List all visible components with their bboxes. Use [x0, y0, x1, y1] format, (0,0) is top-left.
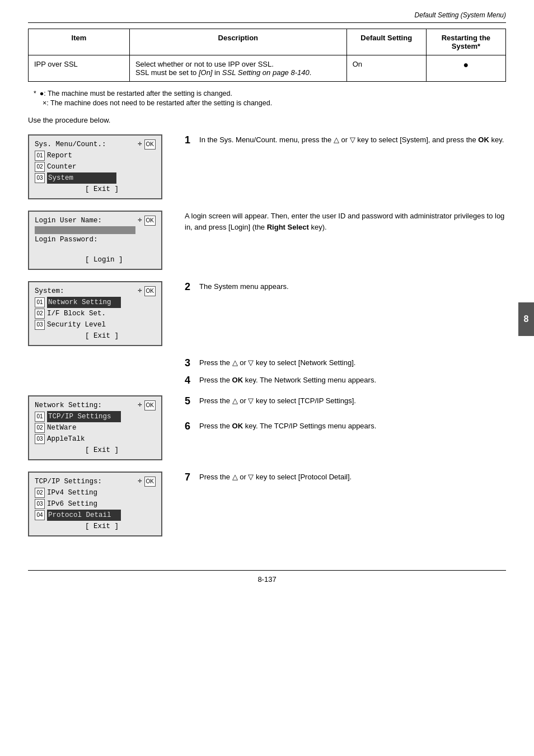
notes-section: * ●: The machine must be restarted after… — [28, 90, 506, 107]
lcd-login: Login User Name: ✛ OK Login Password: [ … — [28, 211, 162, 270]
page-header: Default Setting (System Menu) — [28, 11, 506, 23]
num-badge-s02: 02 — [35, 309, 45, 319]
step-1-content: 1 In the Sys. Menu/Count. menu, press th… — [185, 134, 506, 146]
num-badge-s03: 03 — [35, 320, 45, 330]
ok-badge: OK — [144, 139, 156, 150]
page-number: 8-137 — [257, 575, 276, 584]
num-badge-n02: 02 — [35, 423, 45, 433]
step-1-pair: Sys. Menu/Count.: ✛ OK 01 Report 02 Coun… — [28, 134, 506, 199]
step-2-screen: System: ✛ OK 01 Network Setting 02 I/F B… — [28, 281, 174, 346]
col-header-default: Default Setting — [346, 29, 426, 55]
header-title: Default Setting (System Menu) — [415, 11, 506, 19]
step-3-4-spacer — [28, 357, 174, 386]
login-pair: Login User Name: ✛ OK Login Password: [ … — [28, 211, 506, 270]
step-4-content: 4 Press the OK key. The Network Setting … — [185, 375, 506, 386]
network-screen: Network Setting: ✛ OK 01 TCP/IP Settings… — [28, 395, 174, 460]
cell-default: On — [346, 55, 426, 82]
settings-table: Item Description Default Setting Restart… — [28, 29, 506, 82]
note-bullet: ●: The machine must be restarted after t… — [40, 90, 232, 97]
num-badge-t04: 04 — [35, 510, 45, 520]
step-1-text: In the Sys. Menu/Count. menu, press the … — [199, 134, 504, 146]
step-3-content: 3 Press the △ or ▽ key to select [Networ… — [185, 357, 506, 369]
cell-item: IPP over SSL — [29, 55, 130, 82]
lcd-sys-menu: Sys. Menu/Count.: ✛ OK 01 Report 02 Coun… — [28, 134, 162, 199]
step-7-right: 7 Press the △ or ▽ key to select [Protoc… — [185, 472, 506, 536]
tcpip-pair: TCP/IP Settings: ✛ OK 02 IPv4 Setting 03… — [28, 472, 506, 536]
ok-badge-net: OK — [144, 400, 156, 410]
fill-bar — [35, 226, 135, 234]
cross-icon-login: ✛ — [138, 215, 142, 226]
step-7-text: Press the △ or ▽ key to select [Protocol… — [199, 472, 352, 483]
table-row: IPP over SSL Select whether or not to us… — [29, 55, 506, 82]
num-badge-03: 03 — [35, 173, 45, 183]
step-login-screen: Login User Name: ✛ OK Login Password: [ … — [28, 211, 174, 270]
step-3-4-text: 3 Press the △ or ▽ key to select [Networ… — [185, 357, 506, 386]
step-5-content: 5 Press the △ or ▽ key to select [TCP/IP… — [185, 395, 506, 407]
steps-area: Sys. Menu/Count.: ✛ OK 01 Report 02 Coun… — [28, 134, 506, 548]
step-number-1: 1 — [185, 134, 190, 146]
num-badge-t03: 03 — [35, 499, 45, 509]
lcd-tcpip: TCP/IP Settings: ✛ OK 02 IPv4 Setting 03… — [28, 472, 162, 536]
cross-icon-tcp: ✛ — [138, 476, 142, 487]
cell-restart: ● — [426, 55, 505, 82]
lcd-network: Network Setting: ✛ OK 01 TCP/IP Settings… — [28, 395, 162, 460]
step-5-6-right: 5 Press the △ or ▽ key to select [TCP/IP… — [185, 395, 506, 460]
step-number-2: 2 — [185, 281, 190, 293]
cross-icon-net: ✛ — [138, 400, 142, 410]
step-2-text: The System menu appears. — [199, 281, 289, 292]
login-right: A login screen will appear. Then, enter … — [185, 211, 506, 270]
num-badge-s01: 01 — [35, 297, 45, 307]
note-cross: ×: The machine does not need to be resta… — [43, 99, 272, 107]
lcd-system: System: ✛ OK 01 Network Setting 02 I/F B… — [28, 281, 162, 346]
ok-badge-system: OK — [144, 286, 156, 296]
tcpip-screen: TCP/IP Settings: ✛ OK 02 IPv4 Setting 03… — [28, 472, 174, 536]
note-star: * — [34, 90, 36, 97]
num-badge-n01: 01 — [35, 412, 45, 422]
num-badge-n03: 03 — [35, 434, 45, 444]
page-footer: 8-137 — [28, 570, 506, 584]
ok-badge-tcp: OK — [144, 477, 156, 487]
col-header-restart: Restarting the System* — [426, 29, 505, 55]
chapter-tab: 8 — [518, 302, 534, 336]
step-number-6: 6 — [185, 421, 190, 432]
step-6-content: 6 Press the OK key. The TCP/IP Settings … — [185, 421, 506, 432]
use-procedure-label: Use the procedure below. — [28, 116, 506, 124]
ok-badge-login: OK — [144, 216, 156, 226]
step-number-5: 5 — [185, 395, 190, 407]
login-text: A login screen will appear. Then, enter … — [185, 211, 506, 232]
cross-icon-system: ✛ — [138, 286, 142, 296]
step-4-text: Press the OK key. The Network Setting me… — [199, 375, 376, 386]
step-3-4-pair: 3 Press the △ or ▽ key to select [Networ… — [28, 357, 506, 386]
cross-icon: ✛ — [138, 139, 142, 150]
step-7-content: 7 Press the △ or ▽ key to select [Protoc… — [185, 472, 506, 483]
step-number-7: 7 — [185, 472, 190, 483]
step-2-right: 2 The System menu appears. — [185, 281, 506, 346]
num-badge-01: 01 — [35, 151, 45, 161]
step-number-4: 4 — [185, 375, 190, 386]
step-6-text: Press the OK key. The TCP/IP Settings me… — [199, 421, 376, 432]
step-2-content: 2 The System menu appears. — [185, 281, 506, 293]
step-3-text: Press the △ or ▽ key to select [Network … — [199, 357, 355, 368]
step-number-3: 3 — [185, 357, 190, 369]
step-1-screen: Sys. Menu/Count.: ✛ OK 01 Report 02 Coun… — [28, 134, 174, 199]
col-header-item: Item — [29, 29, 130, 55]
network-pair: Network Setting: ✛ OK 01 TCP/IP Settings… — [28, 395, 506, 460]
step-5-text: Press the △ or ▽ key to select [TCP/IP S… — [199, 395, 356, 407]
cell-desc: Select whether or not to use IPP over SS… — [129, 55, 346, 82]
num-badge-02: 02 — [35, 162, 45, 172]
col-header-desc: Description — [129, 29, 346, 55]
step-2-pair: System: ✛ OK 01 Network Setting 02 I/F B… — [28, 281, 506, 346]
step-1-right: 1 In the Sys. Menu/Count. menu, press th… — [185, 134, 506, 199]
num-badge-t02: 02 — [35, 488, 45, 498]
